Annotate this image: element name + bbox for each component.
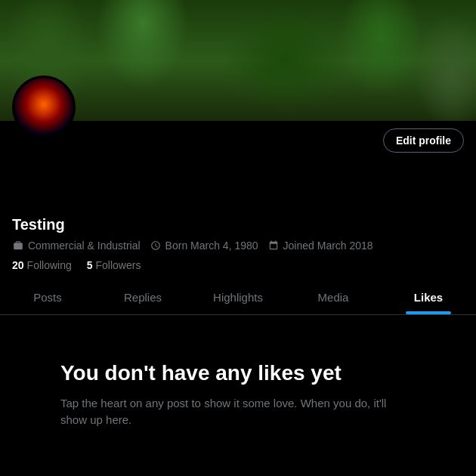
tab-posts[interactable]: Posts [0, 280, 95, 314]
birthday-meta: Born March 4, 1980 [150, 240, 258, 252]
avatar-image [14, 78, 73, 137]
follow-row: 20 Following 5 Followers [12, 259, 464, 271]
tab-likes[interactable]: Likes [381, 280, 476, 314]
following-label: Following [27, 259, 72, 271]
tab-highlights[interactable]: Highlights [190, 280, 286, 314]
empty-likes-section: You don't have any likes yet Tap the hea… [0, 315, 476, 459]
followers-count: 5 [87, 259, 93, 271]
birthday-icon [150, 240, 162, 252]
birthday-text: Born March 4, 1980 [165, 240, 258, 252]
briefcase-icon [12, 240, 24, 252]
tab-media[interactable]: Media [286, 280, 381, 314]
profile-tabs: Posts Replies Highlights Media Likes [0, 280, 476, 315]
followers-label: Followers [96, 259, 141, 271]
edit-profile-button[interactable]: Edit profile [383, 128, 464, 153]
joined-text: Joined March 2018 [283, 240, 373, 252]
industry-meta: Commercial & Industrial [12, 240, 141, 252]
avatar [12, 76, 76, 139]
following-count: 20 [12, 259, 24, 271]
following-link[interactable]: 20 Following [12, 259, 72, 271]
calendar-icon [267, 240, 280, 252]
meta-row: Commercial & Industrial Born March 4, 19… [12, 240, 464, 252]
followers-link[interactable]: 5 Followers [87, 259, 141, 271]
tab-replies[interactable]: Replies [95, 280, 190, 314]
profile-page: Edit profile Testing Commercial & Indust… [0, 0, 476, 476]
empty-likes-subtitle: Tap the heart on any post to show it som… [60, 395, 416, 429]
industry-text: Commercial & Industrial [28, 240, 141, 252]
joined-meta: Joined March 2018 [267, 240, 373, 252]
profile-info: Testing Commercial & Industrial Born Mar… [0, 204, 476, 271]
username: Testing [12, 216, 464, 233]
empty-likes-title: You don't have any likes yet [60, 360, 416, 386]
